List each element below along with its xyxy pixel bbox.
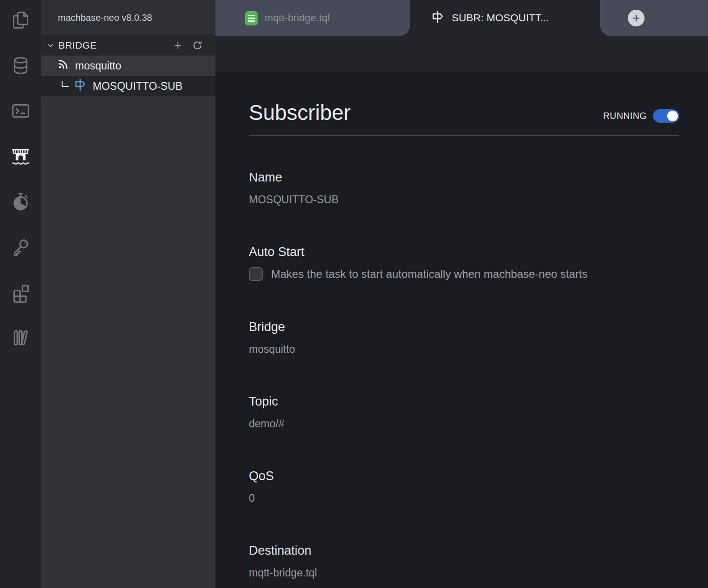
key-icon[interactable] xyxy=(10,237,31,257)
tab-bar: mqtt-bridge.tql SUBR: MOSQUITT... xyxy=(215,0,708,72)
files-icon[interactable] xyxy=(10,10,31,31)
field-bridge: Bridge mosquitto xyxy=(249,319,679,356)
field-value: MOSQUITTO-SUB xyxy=(249,193,679,206)
database-icon[interactable] xyxy=(10,55,31,76)
field-value: mqtt-bridge.tql xyxy=(249,566,679,579)
panel-title: machbase-neo v8.0.38 xyxy=(41,0,215,35)
tree-connector xyxy=(62,81,69,87)
new-tab-button[interactable] xyxy=(628,10,645,26)
bridge-icon[interactable] xyxy=(10,146,31,167)
signpost-icon xyxy=(73,78,87,94)
field-value: 0 xyxy=(249,492,679,505)
machbase-neo-app: machbase-neo v8.0.38 BRIDGE xyxy=(0,0,708,588)
auto-start-description: Makes the task to start automatically wh… xyxy=(271,268,588,281)
subscriber-detail: Subscriber RUNNING Name MOSQUITTO-SUB Au… xyxy=(215,72,708,579)
field-label: QoS xyxy=(249,469,679,483)
status-group: RUNNING xyxy=(603,109,680,123)
toggle-knob xyxy=(667,111,678,121)
signpost-icon xyxy=(430,10,445,27)
field-label: Topic xyxy=(249,394,679,409)
plus-icon[interactable] xyxy=(172,39,184,51)
tql-file-icon xyxy=(245,11,258,25)
divider xyxy=(249,135,679,136)
tree-item-label: MOSQUITTO-SUB xyxy=(93,80,183,93)
field-value: mosquitto xyxy=(249,343,679,356)
timer-icon[interactable] xyxy=(10,191,31,212)
tab-mqtt-bridge[interactable]: mqtt-bridge.tql xyxy=(215,0,330,36)
tab-bar-right-segment xyxy=(600,0,708,36)
field-topic: Topic demo/# xyxy=(249,394,679,430)
library-icon[interactable] xyxy=(10,327,31,348)
chevron-down-icon[interactable] xyxy=(44,39,57,51)
running-toggle[interactable] xyxy=(653,109,679,123)
refresh-icon[interactable] xyxy=(191,39,203,51)
tab-label: mqtt-bridge.tql xyxy=(265,12,330,24)
auto-start-checkbox[interactable] xyxy=(249,267,263,281)
tree-item-mosquitto-sub[interactable]: MOSQUITTO-SUB xyxy=(41,76,215,96)
rss-icon xyxy=(57,58,69,73)
status-label: RUNNING xyxy=(603,111,647,121)
extensions-icon[interactable] xyxy=(10,282,31,303)
tree-item-mosquitto[interactable]: mosquitto xyxy=(41,56,215,76)
tab-subscriber-active[interactable]: SUBR: MOSQUITT... xyxy=(410,0,600,36)
side-panel: machbase-neo v8.0.38 BRIDGE xyxy=(41,0,215,588)
version-label: machbase-neo v8.0.38 xyxy=(58,13,152,23)
tab-label: SUBR: MOSQUITT... xyxy=(452,12,549,24)
page-title: Subscriber xyxy=(249,100,351,125)
activity-rail xyxy=(0,0,41,588)
field-qos: QoS 0 xyxy=(249,469,679,505)
field-auto-start: Auto Start Makes the task to start autom… xyxy=(249,244,679,281)
tree-section-bridge[interactable]: BRIDGE xyxy=(41,35,215,56)
field-label: Name xyxy=(249,170,679,185)
field-label: Destination xyxy=(249,543,679,558)
tree-item-label: mosquitto xyxy=(75,60,121,72)
section-label: BRIDGE xyxy=(58,40,97,51)
terminal-icon[interactable] xyxy=(10,100,31,121)
field-label: Auto Start xyxy=(249,244,679,259)
field-label: Bridge xyxy=(249,319,679,334)
tab-bar-left-segment: mqtt-bridge.tql xyxy=(215,0,410,36)
field-value: demo/# xyxy=(249,417,679,430)
field-name: Name MOSQUITTO-SUB xyxy=(249,170,679,206)
workspace: mqtt-bridge.tql SUBR: MOSQUITT... xyxy=(215,0,708,588)
field-destination: Destination mqtt-bridge.tql xyxy=(249,543,679,579)
